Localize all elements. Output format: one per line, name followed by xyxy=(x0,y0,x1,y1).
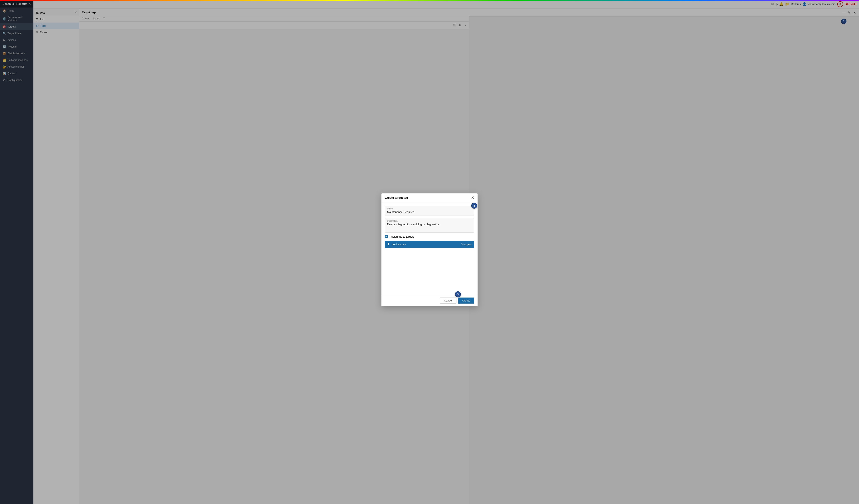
create-button[interactable]: Create xyxy=(458,297,474,304)
cancel-button[interactable]: Cancel xyxy=(440,297,456,304)
modal-close-button[interactable]: ✕ xyxy=(471,196,474,200)
assign-checkbox-row: Assign tag to targets xyxy=(385,235,474,238)
name-field-wrapper: Name Maintenance Required 2 xyxy=(385,205,474,215)
assign-checkbox[interactable] xyxy=(385,235,388,238)
file-name: devices.csv xyxy=(392,243,406,246)
file-targets: 3 targets xyxy=(461,243,472,246)
name-value[interactable]: Maintenance Required xyxy=(387,211,472,214)
name-field-group: Name Maintenance Required xyxy=(385,205,474,215)
description-field-group: Description Devices flagged for servicin… xyxy=(385,218,474,233)
name-label: Name xyxy=(387,208,472,210)
modal-header: Create target tag ✕ xyxy=(381,193,478,202)
file-row[interactable]: ⬆ devices.csv 3 targets xyxy=(385,241,474,248)
step2-badge: 2 xyxy=(471,203,477,209)
file-row-left: ⬆ devices.csv xyxy=(387,242,406,246)
description-label: Description xyxy=(387,220,472,222)
description-value[interactable]: Devices flagged for servicing or diagnos… xyxy=(387,223,472,226)
rainbow-bar xyxy=(0,0,859,1)
create-target-tag-modal: Create target tag ✕ Name Maintenance Req… xyxy=(381,193,478,306)
step3-badge: 3 xyxy=(455,291,461,297)
upload-icon: ⬆ xyxy=(387,242,390,246)
modal-title: Create target tag xyxy=(385,196,408,199)
modal-body: Name Maintenance Required 2 Description … xyxy=(381,202,478,295)
modal-footer: 3 Cancel Create xyxy=(381,295,478,306)
assign-checkbox-label: Assign tag to targets xyxy=(390,235,415,238)
